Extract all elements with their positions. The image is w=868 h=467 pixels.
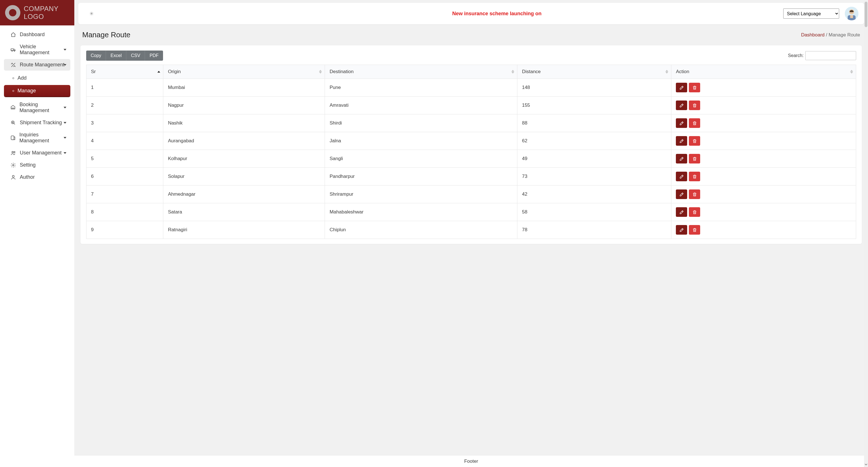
- edit-button[interactable]: [676, 101, 687, 110]
- user-icon: [10, 174, 17, 180]
- page-title: Manage Route: [82, 31, 130, 39]
- cell-origin: Aurangabad: [163, 132, 325, 150]
- theme-toggle-icon[interactable]: [89, 11, 94, 16]
- nav-vehicle[interactable]: Vehicle Management: [4, 41, 70, 59]
- topbar: New insurance scheme launching on Select…: [78, 3, 864, 24]
- table-search: Search:: [788, 51, 856, 60]
- brand-logo-icon: [4, 4, 21, 21]
- delete-button[interactable]: [689, 207, 700, 217]
- brand-line-2: LOGO: [24, 13, 59, 21]
- nav-shipment[interactable]: Shipment Tracking: [4, 117, 70, 129]
- cell-action: [671, 168, 856, 186]
- cell-action: [671, 114, 856, 132]
- delete-button[interactable]: [689, 83, 700, 92]
- cell-destination: Pandharpur: [325, 168, 517, 186]
- cell-sr: 2: [87, 97, 163, 114]
- cell-action: [671, 203, 856, 221]
- nav-route[interactable]: Route Management: [4, 59, 70, 71]
- cell-distance: 42: [517, 186, 671, 203]
- nav-label: Route Management: [20, 62, 64, 68]
- nav-setting[interactable]: Setting: [4, 159, 70, 171]
- edit-button[interactable]: [676, 118, 687, 128]
- table-toolbar: Copy Excel CSV PDF Search:: [86, 51, 856, 61]
- nav-author[interactable]: Author: [4, 171, 70, 183]
- delete-button[interactable]: [689, 154, 700, 164]
- cell-origin: Ratnagiri: [163, 221, 325, 239]
- edit-button[interactable]: [676, 207, 687, 217]
- svg-rect-7: [11, 136, 14, 139]
- cell-origin: Nashik: [163, 114, 325, 132]
- delete-button[interactable]: [689, 225, 700, 235]
- edit-button[interactable]: [676, 136, 687, 146]
- nav-label: Vehicle Management: [20, 44, 66, 56]
- csv-button[interactable]: CSV: [126, 51, 145, 61]
- excel-button[interactable]: Excel: [106, 51, 126, 61]
- sort-icon: [512, 70, 514, 74]
- table-row: 4AurangabadJalna62: [87, 132, 856, 150]
- svg-point-11: [12, 175, 14, 177]
- edit-button[interactable]: [676, 190, 687, 199]
- nav-label: User Management: [20, 150, 62, 156]
- export-buttons: Copy Excel CSV PDF: [86, 51, 163, 61]
- svg-point-12: [91, 13, 92, 14]
- marquee-text: New insurance scheme launching on: [452, 11, 541, 16]
- cell-distance: 49: [517, 150, 671, 168]
- cell-destination: Jalna: [325, 132, 517, 150]
- col-label: Sr: [91, 69, 96, 74]
- svg-point-8: [12, 151, 13, 153]
- cell-sr: 9: [87, 221, 163, 239]
- routes-table: Sr Origin Destination Distance Action 1M…: [86, 65, 856, 239]
- nav-dashboard[interactable]: Dashboard: [4, 29, 70, 40]
- delete-button[interactable]: [689, 136, 700, 146]
- sort-icon: [157, 71, 160, 73]
- cell-destination: Sangli: [325, 150, 517, 168]
- pdf-button[interactable]: PDF: [145, 51, 163, 61]
- delete-button[interactable]: [689, 172, 700, 181]
- sort-icon: [319, 70, 322, 74]
- delete-button[interactable]: [689, 101, 700, 110]
- cell-distance: 88: [517, 114, 671, 132]
- nav-route-manage[interactable]: Manage: [4, 85, 70, 97]
- col-action[interactable]: Action: [671, 65, 856, 79]
- cell-origin: Mumbai: [163, 79, 325, 97]
- brand-logo: COMPANY LOGO: [0, 0, 74, 25]
- nav-inquiries[interactable]: Inquiries Management: [4, 129, 70, 146]
- nav-label: Setting: [20, 162, 36, 168]
- breadcrumb-leaf: Manage Route: [829, 32, 860, 38]
- search-input[interactable]: [805, 51, 856, 60]
- svg-point-10: [13, 164, 14, 166]
- language-select[interactable]: Select Language: [783, 8, 839, 19]
- cell-action: [671, 221, 856, 239]
- nav-booking[interactable]: Booking Management: [4, 99, 70, 116]
- table-row: 3NashikShirdi88: [87, 114, 856, 132]
- breadcrumb-root[interactable]: Dashboard: [801, 32, 825, 38]
- scrollbar-vertical[interactable]: [864, 0, 868, 467]
- cell-distance: 62: [517, 132, 671, 150]
- page-header: Manage Route Dashboard / Manage Route: [74, 25, 868, 41]
- cell-origin: Kolhapur: [163, 150, 325, 168]
- avatar[interactable]: [845, 7, 858, 20]
- copy-button[interactable]: Copy: [86, 51, 106, 61]
- edit-button[interactable]: [676, 225, 687, 235]
- brand-line-1: COMPANY: [24, 5, 59, 13]
- breadcrumb: Dashboard / Manage Route: [801, 32, 860, 38]
- delete-button[interactable]: [689, 118, 700, 128]
- cell-sr: 1: [87, 79, 163, 97]
- edit-button[interactable]: [676, 154, 687, 164]
- col-destination[interactable]: Destination: [325, 65, 517, 79]
- cell-destination: Chiplun: [325, 221, 517, 239]
- edit-button[interactable]: [676, 172, 687, 181]
- scrollbar-thumb[interactable]: [865, 2, 867, 27]
- scroll-down-icon[interactable]: [864, 463, 868, 466]
- bank-icon: [10, 105, 16, 110]
- col-origin[interactable]: Origin: [163, 65, 325, 79]
- cell-sr: 3: [87, 114, 163, 132]
- delete-button[interactable]: [689, 190, 700, 199]
- edit-button[interactable]: [676, 83, 687, 92]
- nav-route-add[interactable]: Add: [4, 72, 70, 84]
- nav-user[interactable]: User Management: [4, 147, 70, 159]
- main: New insurance scheme launching on Select…: [74, 0, 868, 467]
- col-distance[interactable]: Distance: [517, 65, 671, 79]
- cell-distance: 73: [517, 168, 671, 186]
- col-sr[interactable]: Sr: [87, 65, 163, 79]
